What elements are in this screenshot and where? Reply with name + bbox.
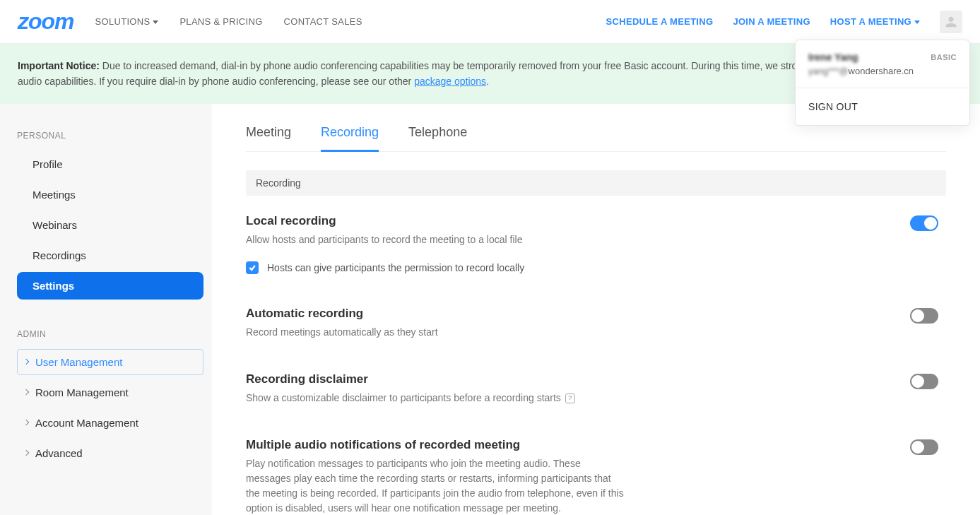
setting-desc: Show a customizable disclaimer to partic… — [246, 391, 868, 406]
sidebar-item-advanced[interactable]: Advanced — [17, 440, 203, 466]
nav-plans[interactable]: PLANS & PRICING — [179, 16, 262, 27]
package-options-link[interactable]: package options — [414, 76, 486, 87]
nav-contact[interactable]: CONTACT SALES — [284, 16, 362, 27]
sidebar-heading-admin: ADMIN — [17, 329, 203, 339]
setting-title: Multiple audio notifications of recorded… — [246, 438, 627, 452]
nav-left: SOLUTIONS PLANS & PRICING CONTACT SALES — [95, 16, 362, 27]
profile-name: Irene Yang — [808, 52, 858, 63]
nav-schedule-meeting[interactable]: SCHEDULE A MEETING — [606, 16, 714, 27]
setting-desc: Allow hosts and participants to record t… — [246, 232, 868, 247]
setting-automatic-recording: Automatic recording Record meetings auto… — [246, 307, 938, 340]
setting-audio-notifications: Multiple audio notifications of recorded… — [246, 438, 938, 515]
main-layout: PERSONAL Profile Meetings Webinars Recor… — [0, 104, 980, 515]
toggle-audio-notifications[interactable] — [910, 439, 938, 455]
notice-label: Important Notice: — [18, 60, 100, 71]
sidebar-item-user-management[interactable]: User Management — [17, 349, 203, 375]
tab-meeting[interactable]: Meeting — [246, 125, 291, 152]
setting-local-recording: Local recording Allow hosts and particip… — [246, 214, 938, 274]
sidebar-item-webinars[interactable]: Webinars — [17, 211, 203, 239]
nav-host-label: HOST A MEETING — [830, 16, 911, 27]
chevron-right-icon — [23, 389, 29, 395]
header-left: zoom SOLUTIONS PLANS & PRICING CONTACT S… — [18, 8, 362, 35]
sidebar-heading-personal: PERSONAL — [17, 131, 203, 141]
setting-sub-option: Hosts can give participants the permissi… — [246, 261, 868, 274]
info-icon[interactable]: ? — [565, 393, 575, 403]
account-tier-badge: BASIC — [931, 53, 957, 61]
tab-telephone[interactable]: Telephone — [408, 125, 467, 152]
sidebar-item-room-management[interactable]: Room Management — [17, 379, 203, 406]
sidebar: PERSONAL Profile Meetings Webinars Recor… — [0, 104, 212, 515]
zoom-logo[interactable]: zoom — [18, 8, 74, 35]
setting-desc: Play notification messages to participan… — [246, 456, 627, 515]
setting-title: Recording disclaimer — [246, 372, 868, 386]
profile-email: yang***@wondershare.cn — [808, 66, 957, 76]
chevron-down-icon — [153, 20, 158, 24]
sidebar-item-label: Room Management — [35, 386, 129, 398]
setting-title: Automatic recording — [246, 307, 868, 321]
main-content: Meeting Recording Telephone Recording Lo… — [212, 104, 980, 515]
person-icon — [943, 14, 959, 30]
sidebar-item-recordings[interactable]: Recordings — [17, 242, 203, 269]
chevron-right-icon — [23, 450, 29, 456]
sidebar-item-label: User Management — [35, 356, 122, 368]
tab-recording[interactable]: Recording — [321, 125, 379, 152]
sidebar-item-account-management[interactable]: Account Management — [17, 410, 203, 436]
check-icon — [248, 264, 256, 272]
top-header: zoom SOLUTIONS PLANS & PRICING CONTACT S… — [0, 0, 980, 44]
sign-out-button[interactable]: SIGN OUT — [796, 88, 969, 125]
nav-join-meeting[interactable]: JOIN A MEETING — [733, 16, 810, 27]
profile-info: Irene Yang BASIC yang***@wondershare.cn — [796, 40, 969, 88]
nav-solutions-label: SOLUTIONS — [95, 16, 150, 27]
nav-host-meeting[interactable]: HOST A MEETING — [830, 16, 920, 27]
chevron-right-icon — [23, 420, 29, 425]
setting-title: Local recording — [246, 214, 868, 228]
chevron-down-icon — [914, 20, 920, 24]
profile-dropdown: Irene Yang BASIC yang***@wondershare.cn … — [795, 40, 970, 126]
sidebar-item-settings[interactable]: Settings — [17, 272, 203, 300]
sub-option-label: Hosts can give participants the permissi… — [267, 262, 524, 273]
sidebar-item-meetings[interactable]: Meetings — [17, 181, 203, 208]
toggle-automatic-recording[interactable] — [910, 308, 938, 324]
chevron-right-icon — [23, 359, 29, 365]
checkbox-hosts-permission[interactable] — [246, 261, 259, 274]
nav-right: SCHEDULE A MEETING JOIN A MEETING HOST A… — [606, 11, 962, 33]
setting-desc: Record meetings automatically as they st… — [246, 325, 868, 340]
nav-solutions[interactable]: SOLUTIONS — [95, 16, 159, 27]
sidebar-item-label: Account Management — [35, 417, 138, 429]
toggle-local-recording[interactable] — [910, 215, 938, 231]
sidebar-item-label: Advanced — [35, 447, 83, 459]
settings-tabs: Meeting Recording Telephone — [246, 125, 946, 152]
sidebar-item-profile[interactable]: Profile — [17, 150, 203, 178]
setting-recording-disclaimer: Recording disclaimer Show a customizable… — [246, 372, 938, 406]
toggle-recording-disclaimer[interactable] — [910, 374, 938, 389]
section-header-recording: Recording — [246, 170, 946, 196]
profile-avatar[interactable] — [940, 11, 962, 33]
notice-text-2: . — [486, 76, 489, 87]
